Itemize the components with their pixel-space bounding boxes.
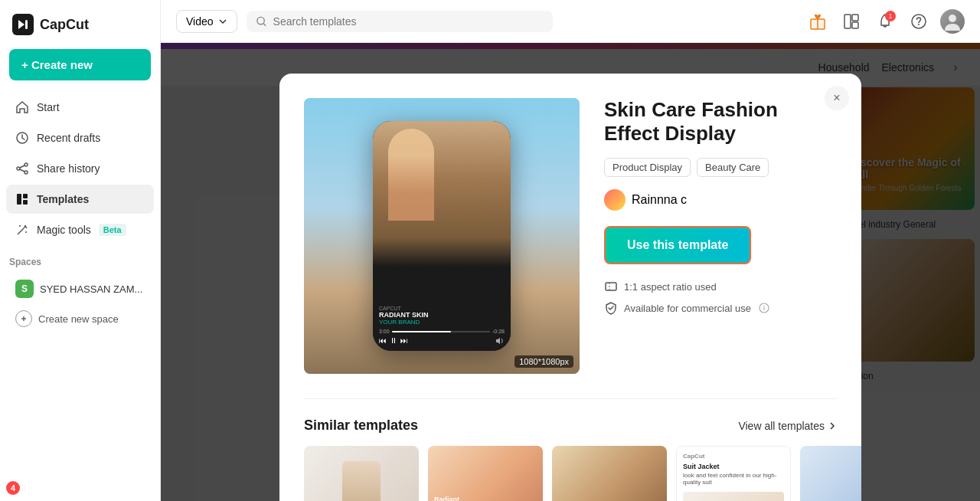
modal-tags: Product Display Beauty Care (604, 158, 837, 177)
svg-rect-21 (852, 15, 858, 21)
start-label: Start (37, 101, 60, 113)
user-avatar[interactable] (940, 9, 965, 34)
svg-point-30 (763, 306, 765, 307)
sidebar-item-templates[interactable]: Templates (6, 185, 154, 214)
logo: CapCut (0, 0, 160, 49)
phone-controls: ⏮ ⏸ ⏭ (379, 336, 505, 345)
svg-line-6 (20, 165, 24, 168)
pause-button[interactable]: ⏸ (390, 336, 397, 345)
create-space-button[interactable]: Create new space (9, 304, 151, 333)
header: Video (161, 0, 980, 43)
sidebar-item-recent[interactable]: Recent drafts (6, 123, 154, 152)
search-icon (256, 15, 267, 28)
gift-icon-button[interactable] (805, 9, 830, 34)
svg-rect-10 (23, 200, 28, 205)
commercial-label: Available for commercial use (624, 303, 751, 314)
help-icon-button[interactable] (906, 9, 931, 34)
beta-badge: Beta (99, 224, 126, 236)
add-space-icon (15, 310, 32, 327)
svg-point-5 (24, 171, 28, 174)
logo-text: CapCut (40, 17, 89, 33)
similar-card-4[interactable]: CapCut Suit Jacket look and feel confide… (676, 446, 791, 501)
create-new-button[interactable]: + Create new (9, 49, 151, 80)
svg-point-24 (918, 24, 920, 25)
shield-icon (604, 301, 618, 315)
phone-title-label: RADIANT SKIN (379, 311, 505, 319)
similar-card-2[interactable]: RadiantBeautyStartsHere (428, 446, 543, 501)
phone-time-end: -0:28 (492, 329, 505, 334)
create-space-label: Create new space (38, 313, 119, 325)
modal-close-button[interactable]: × (825, 86, 849, 110)
templates-label: Templates (37, 193, 89, 205)
notification-badge: 1 (885, 11, 896, 21)
svg-point-13 (25, 231, 27, 233)
notification-icon-button[interactable]: 1 (873, 9, 897, 34)
search-input[interactable] (273, 15, 544, 28)
similar-templates-section: Similar templates View all templates (304, 398, 837, 501)
phone-progress-bar (392, 331, 490, 332)
meta-aspect-ratio: 1:1 aspect ratio used (604, 280, 837, 293)
ratio-icon (604, 280, 618, 293)
phone-bottom: CapCut RADIANT SKIN YOUR BRAND 3:00 -0:2… (373, 300, 511, 351)
similar-grid: RadiantBeautyStartsHere CapCut Suit Jack… (304, 446, 837, 501)
svg-rect-8 (17, 194, 21, 205)
svg-point-25 (949, 15, 956, 22)
author-avatar (604, 189, 626, 211)
chevron-down-icon (218, 17, 227, 26)
svg-rect-1 (25, 20, 28, 29)
space-name: SYED HASSAN ZAM... (40, 283, 142, 295)
use-template-button[interactable]: Use this template (604, 226, 751, 264)
video-dropdown[interactable]: Video (176, 10, 237, 33)
video-dropdown-label: Video (186, 15, 214, 28)
magic-tools-label: Magic tools (37, 224, 91, 236)
svg-rect-22 (852, 22, 858, 28)
view-all-label: View all templates (738, 420, 825, 432)
rewind-button[interactable]: ⏮ (379, 336, 387, 345)
aspect-ratio-label: 1:1 aspect ratio used (624, 281, 717, 293)
layout-icon-button[interactable] (839, 9, 864, 34)
svg-rect-9 (23, 194, 28, 198)
tag-beauty-care[interactable]: Beauty Care (697, 158, 769, 177)
capcut-logo-icon (12, 14, 34, 35)
forward-button[interactable]: ⏭ (400, 336, 408, 345)
help-icon (910, 13, 927, 30)
phone-mockup: CapCut RADIANT SKIN YOUR BRAND 3:00 -0:2… (373, 121, 511, 351)
phone-time-start: 3:00 (379, 329, 390, 334)
share-label: Share history (37, 162, 100, 175)
preview-resolution: 1080*1080px (514, 355, 573, 368)
author-name: Rainnna c (632, 193, 687, 207)
sidebar-item-share[interactable]: Share history (6, 154, 154, 183)
sidebar-item-start[interactable]: Start (6, 93, 154, 122)
modal-preview: CapCut RADIANT SKIN YOUR BRAND 3:00 -0:2… (304, 98, 580, 374)
space-item[interactable]: S SYED HASSAN ZAM... (9, 273, 151, 304)
svg-rect-20 (844, 15, 851, 28)
search-bar[interactable] (247, 11, 553, 32)
similar-title: Similar templates (304, 418, 418, 434)
tag-product-display[interactable]: Product Display (604, 158, 691, 177)
new-features-badge: 4 (6, 481, 20, 495)
spaces-section: Spaces S SYED HASSAN ZAM... Create new s… (0, 244, 160, 339)
modal-body: CapCut RADIANT SKIN YOUR BRAND 3:00 -0:2… (304, 98, 837, 374)
share-icon (15, 162, 29, 175)
svg-line-17 (263, 23, 266, 25)
wand-icon (15, 223, 29, 237)
phone-brand-label: CapCut (379, 306, 505, 311)
info-icon (759, 303, 769, 313)
svg-line-7 (20, 169, 24, 172)
preview-frame: CapCut RADIANT SKIN YOUR BRAND 3:00 -0:2… (304, 98, 580, 374)
similar-card-5[interactable] (800, 446, 861, 501)
similar-card-3[interactable] (552, 446, 667, 501)
similar-card-1[interactable] (304, 446, 419, 501)
space-avatar: S (15, 280, 34, 298)
svg-point-4 (17, 167, 20, 170)
content-area: Household Electronics › Discover the Mag… (161, 43, 980, 501)
sidebar: CapCut + Create new Start Recent drafts (0, 0, 161, 501)
grid-icon (15, 192, 29, 206)
modal: × (279, 74, 861, 501)
view-all-button[interactable]: View all templates (738, 420, 837, 432)
recent-label: Recent drafts (37, 132, 100, 144)
gift-icon (808, 12, 827, 31)
volume-icon (495, 337, 505, 345)
sidebar-item-magic[interactable]: Magic tools Beta (6, 215, 154, 244)
modal-author: Rainnna c (604, 189, 837, 211)
